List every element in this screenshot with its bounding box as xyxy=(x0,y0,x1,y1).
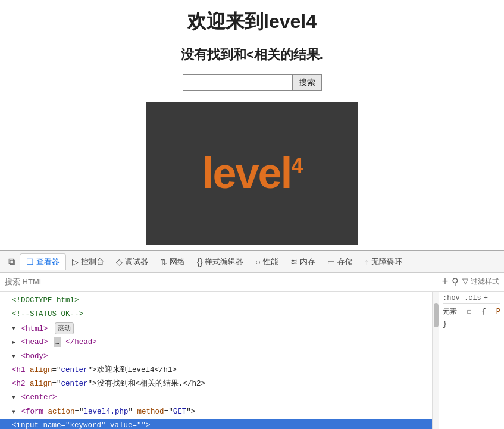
html-line-center: ▼ <center> xyxy=(0,391,432,405)
styles-panel-content: 元素 ☐ { P } xyxy=(443,306,500,330)
tab-network[interactable]: ⇅ 网络 xyxy=(154,254,191,270)
style-editor-icon: {} xyxy=(197,257,202,267)
debugger-icon: ◇ xyxy=(116,257,123,267)
html-line-h1: <h1 align="center">欢迎来到level4</h1> xyxy=(0,364,432,377)
page-subtitle: 没有找到和<相关的结果. xyxy=(181,46,323,64)
tab-storage[interactable]: ▭ 存储 xyxy=(321,254,359,270)
logo-word: level xyxy=(202,149,291,197)
tab-network-label: 网络 xyxy=(170,256,185,267)
styles-hov-cls[interactable]: :hov .cls xyxy=(443,294,481,302)
devtools-search-bar: + ⚲ ▽ 过滤样式 xyxy=(0,273,504,292)
tab-accessibility-label: 无障碍环 xyxy=(371,256,402,267)
tab-debugger-label: 调试器 xyxy=(125,256,148,267)
devtools-toolbar: ⧉ ☐ 查看器 ▷ 控制台 ◇ 调试器 ⇅ 网络 {} 样式编辑器 ○ 性能 ≋… xyxy=(0,250,504,273)
network-icon: ⇅ xyxy=(160,257,167,267)
devtools-search-actions: + ⚲ ▽ 过滤样式 xyxy=(442,275,499,288)
styles-edit-icon[interactable]: ☐ xyxy=(467,306,471,318)
performance-icon: ○ xyxy=(255,257,260,267)
tab-inspector-label: 查看器 xyxy=(36,256,60,267)
html-line-input-keyword[interactable]: <input name="keyword" value=""> xyxy=(0,419,432,429)
html-panel[interactable]: <!DOCTYPE html> <!--STATUS OK--> ▼ <html… xyxy=(0,292,433,429)
add-node-icon[interactable]: + xyxy=(442,275,449,288)
logo-box: level4 xyxy=(146,102,358,245)
tab-storage-label: 存储 xyxy=(337,256,353,267)
styles-p-label: P xyxy=(496,306,500,318)
tab-debugger[interactable]: ◇ 调试器 xyxy=(110,254,154,270)
styles-brace-open: { xyxy=(481,306,486,318)
tab-console-label: 控制台 xyxy=(81,256,104,267)
tab-style-editor[interactable]: {} 样式编辑器 xyxy=(191,254,249,270)
scrollbar-thumb xyxy=(434,303,439,327)
tab-performance[interactable]: ○ 性能 xyxy=(249,254,284,270)
styles-element-row: 元素 ☐ { P xyxy=(443,306,500,318)
search-input[interactable] xyxy=(183,74,293,91)
html-search-input[interactable] xyxy=(5,277,442,286)
tab-memory[interactable]: ≋ 内存 xyxy=(284,254,321,270)
html-line-status-comment: <!--STATUS OK--> xyxy=(0,308,432,321)
scroll-badge: 滚动 xyxy=(55,322,74,335)
styles-plus-icon[interactable]: + xyxy=(484,294,488,302)
ellipsis-badge: … xyxy=(54,337,61,348)
page-content: 欢迎来到level4 没有找到和<相关的结果. 搜索 level4 xyxy=(0,0,504,250)
inspector-icon: ☐ xyxy=(26,257,34,267)
memory-icon: ≋ xyxy=(290,257,298,267)
tab-inspector[interactable]: ☐ 查看器 xyxy=(20,253,66,270)
search-button[interactable]: 搜索 xyxy=(293,74,322,91)
styles-closing-brace: } xyxy=(443,319,500,330)
tab-memory-label: 内存 xyxy=(300,256,315,267)
search-form: 搜索 xyxy=(183,74,322,91)
accessibility-icon: ↑ xyxy=(365,257,369,267)
html-line-form: ▼ <form action="level4.php" method="GET"… xyxy=(0,405,432,419)
tab-page-source[interactable]: ⧉ xyxy=(4,254,20,270)
html-line-head: ▶ <head> … </head> xyxy=(0,336,432,349)
tab-console[interactable]: ▷ 控制台 xyxy=(66,254,110,270)
styles-panel-header: :hov .cls + xyxy=(443,294,500,304)
tab-accessibility[interactable]: ↑ 无障碍环 xyxy=(359,254,408,270)
devtools-panels: <!DOCTYPE html> <!--STATUS OK--> ▼ <html… xyxy=(0,292,504,429)
page-title: 欢迎来到level4 xyxy=(187,9,317,35)
logo-sup: 4 xyxy=(292,154,302,178)
html-line-body: ▼ <body> xyxy=(0,350,432,364)
logo-text: level4 xyxy=(202,152,302,195)
html-line-html: ▼ <html> 滚动 xyxy=(0,322,432,336)
pick-element-icon[interactable]: ⚲ xyxy=(452,276,459,287)
html-panel-scrollbar[interactable] xyxy=(433,292,439,429)
styles-element-label: 元素 xyxy=(443,306,457,318)
html-line-doctype: <!DOCTYPE html> xyxy=(0,294,432,308)
page-source-icon: ⧉ xyxy=(8,256,15,267)
storage-icon: ▭ xyxy=(327,257,335,267)
tab-performance-label: 性能 xyxy=(263,256,278,267)
html-line-h2: <h2 align="center">没有找到和<相关的结果.</h2> xyxy=(0,377,432,391)
styles-panel: :hov .cls + 元素 ☐ { P } xyxy=(439,292,504,429)
filter-styles-icon[interactable]: ▽ 过滤样式 xyxy=(462,277,499,287)
console-icon: ▷ xyxy=(72,257,79,267)
tab-style-editor-label: 样式编辑器 xyxy=(205,256,243,267)
